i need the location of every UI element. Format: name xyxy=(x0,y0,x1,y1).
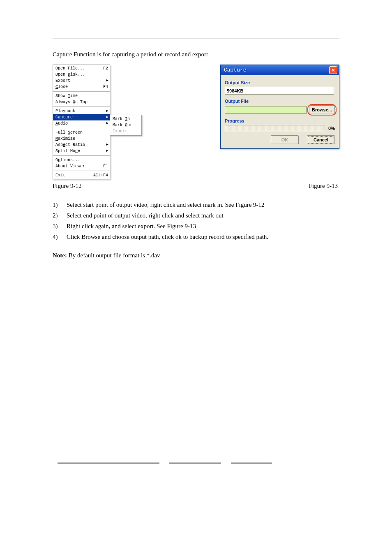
menu-open-disk[interactable]: Open Disk... xyxy=(53,72,110,78)
dialog-body: Output Size Output File Browse... Progre… xyxy=(221,75,339,148)
menu-full-screen[interactable]: Full Screen xyxy=(53,130,110,136)
menu-options[interactable]: Options... xyxy=(53,157,110,163)
progress-value: 0% xyxy=(328,126,335,131)
menu-capture-label: Capture xyxy=(55,115,108,120)
chevron-right-icon: ▶ xyxy=(106,149,108,153)
capture-submenu: Mark In Mark Out Export xyxy=(110,115,142,136)
menu-export[interactable]: Export ▶ xyxy=(53,78,110,84)
ok-button: OK xyxy=(271,135,299,144)
menu-separator xyxy=(53,91,110,92)
submenu-mark-in[interactable]: Mark In xyxy=(110,116,141,122)
submenu-export-label: Export xyxy=(113,129,127,134)
menu-separator xyxy=(53,128,110,128)
capture-dialog: Capture × Output Size Output File Browse… xyxy=(220,65,339,149)
menu-aspect-ratio-label: Aspect Ratio xyxy=(55,143,108,147)
output-file-input[interactable] xyxy=(225,106,307,114)
steps-block: 1)Select start point of output video, ri… xyxy=(53,200,339,241)
submenu-export: Export xyxy=(110,128,141,134)
context-menu: Open File... F2 Open Disk... Export ▶ xyxy=(53,65,110,179)
caption-left: Figure 9-12 xyxy=(53,182,164,190)
footer-rule-1 xyxy=(58,462,159,464)
menu-always-on-top-label: Always On Top xyxy=(55,100,108,104)
caption-right: Figure 9-13 xyxy=(164,182,339,190)
context-menu-wrap: Open File... F2 Open Disk... Export ▶ xyxy=(53,65,164,179)
menu-maximize[interactable]: Maximize xyxy=(53,136,110,142)
note-label: Note: xyxy=(53,252,67,259)
menu-options-label: Options... xyxy=(55,158,108,162)
menu-open-file-label: Open File... xyxy=(55,66,101,71)
step-3-text: Right click again, and select export. Se… xyxy=(67,223,196,229)
progress-bar xyxy=(225,125,325,131)
menu-capture[interactable]: Capture ▶ xyxy=(53,114,110,120)
menu-playback-label: Playback xyxy=(55,109,108,113)
output-file-label: Output File xyxy=(225,99,335,104)
menu-separator xyxy=(53,171,110,171)
submenu-mark-out-label: Mark Out xyxy=(113,123,132,127)
figure-captions: Figure 9-12 Figure 9-13 xyxy=(53,182,339,190)
chevron-right-icon: ▶ xyxy=(106,109,108,113)
close-button[interactable]: × xyxy=(329,66,337,74)
step-1: 1)Select start point of output video, ri… xyxy=(53,200,339,209)
intro-text: Capture Function is for capturing a peri… xyxy=(53,50,339,59)
dialog-title: Capture xyxy=(224,67,329,73)
page: { "doc": { "header_title": "6216 HD-SDI … xyxy=(0,0,392,555)
submenu-mark-out[interactable]: Mark Out xyxy=(110,122,141,128)
progress-label: Progress xyxy=(225,118,335,123)
step-4: 4)Click Browse and choose output path, c… xyxy=(53,232,339,241)
menu-playback[interactable]: Playback ▶ xyxy=(53,108,110,114)
menu-about-label: About Viewer xyxy=(55,164,101,169)
header-rule xyxy=(53,39,339,39)
menu-aspect-ratio[interactable]: Aspect Ratio ▶ xyxy=(53,142,110,148)
step-4-text: Click Browse and choose output path, cli… xyxy=(67,234,268,240)
menu-split-mode[interactable]: Split Mode ▶ xyxy=(53,148,110,154)
menu-about[interactable]: About Viewer F1 xyxy=(53,163,110,169)
footer-rule-2 xyxy=(169,462,221,464)
chevron-right-icon: ▶ xyxy=(106,122,108,125)
submenu-mark-in-label: Mark In xyxy=(113,117,130,121)
figure-row: Open File... F2 Open Disk... Export ▶ xyxy=(53,65,339,179)
menu-exit-label: Exit xyxy=(55,173,92,178)
note: Note: By default output file format is *… xyxy=(53,251,339,260)
step-2: 2)Select end point of output video, righ… xyxy=(53,211,339,220)
menu-close-label: Close xyxy=(55,85,101,89)
menu-close[interactable]: Close F4 xyxy=(53,84,110,90)
output-size-label: Output Size xyxy=(225,80,335,85)
output-size-input[interactable] xyxy=(225,87,334,95)
menu-close-accel: F4 xyxy=(101,85,108,89)
menu-always-on-top[interactable]: Always On Top xyxy=(53,99,110,105)
step-2-text: Select end point of output video, right … xyxy=(67,212,224,219)
menu-separator xyxy=(53,155,110,156)
note-text: By default output file format is *.dav xyxy=(69,252,160,259)
step-1-text: Select start point of output video, righ… xyxy=(67,201,265,208)
figure-right: Capture × Output Size Output File Browse… xyxy=(164,65,339,149)
menu-open-disk-label: Open Disk... xyxy=(55,72,108,77)
menu-full-screen-label: Full Screen xyxy=(55,130,108,135)
menu-show-time[interactable]: Show Time xyxy=(53,93,110,99)
menu-export-label: Export xyxy=(55,79,108,83)
close-icon: × xyxy=(332,67,335,73)
step-3: 3)Right click again, and select export. … xyxy=(53,222,339,231)
browse-button[interactable]: Browse... xyxy=(309,105,335,114)
menu-open-file[interactable]: Open File... F2 xyxy=(53,65,110,72)
cancel-button[interactable]: Cancel xyxy=(307,135,335,144)
menu-audio-label: Audio xyxy=(55,121,108,126)
menu-exit[interactable]: Exit Alt+F4 xyxy=(53,172,110,178)
dialog-titlebar: Capture × xyxy=(221,65,339,75)
menu-maximize-label: Maximize xyxy=(55,136,108,141)
content: Capture Function is for capturing a peri… xyxy=(53,50,339,266)
chevron-right-icon: ▶ xyxy=(106,143,108,147)
menu-split-mode-label: Split Mode xyxy=(55,149,108,153)
figure-left: Open File... F2 Open Disk... Export ▶ xyxy=(53,65,164,179)
menu-separator xyxy=(53,106,110,107)
menu-audio[interactable]: Audio ▶ xyxy=(53,120,110,127)
menu-about-accel: F1 xyxy=(101,164,108,169)
menu-exit-accel: Alt+F4 xyxy=(92,173,108,178)
chevron-right-icon: ▶ xyxy=(106,116,108,119)
browse-highlight: Browse... xyxy=(309,105,335,114)
chevron-right-icon: ▶ xyxy=(106,79,108,83)
footer-rule-3 xyxy=(231,462,272,464)
menu-show-time-label: Show Time xyxy=(55,94,108,98)
menu-open-file-accel: F2 xyxy=(101,66,108,71)
